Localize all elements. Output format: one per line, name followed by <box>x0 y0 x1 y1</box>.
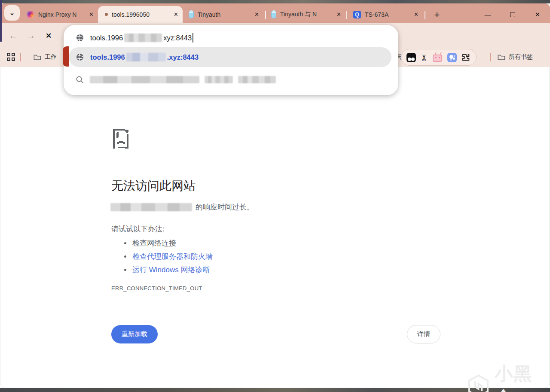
nginx-proxy-manager-icon <box>27 11 34 18</box>
page-content: 无法访问此网站 的响应时间过长。 请试试以下办法: 检查网络连接 检查代理服务器… <box>0 67 550 388</box>
back-button[interactable]: ← <box>6 28 21 43</box>
tab-nginx-proxy[interactable]: Nginx Proxy N ✕ <box>22 6 98 23</box>
error-code: ERR_CONNECTION_TIMED_OUT <box>111 285 202 292</box>
error-message: 的响应时间过长。 <box>110 202 254 212</box>
stop-loading-button[interactable]: ✕ <box>41 28 56 43</box>
bullet-icon <box>124 269 126 271</box>
forward-button[interactable]: → <box>24 28 38 43</box>
redacted-search-text <box>90 76 199 83</box>
close-window-button[interactable]: ✕ <box>525 6 550 23</box>
close-icon[interactable]: ✕ <box>174 11 178 18</box>
omnibox-search-suggestion[interactable] <box>64 70 398 89</box>
tv-extension-icon[interactable] <box>433 55 442 62</box>
bookmark-label: 工作 <box>45 53 57 61</box>
list-item: 检查网络连接 <box>124 237 213 250</box>
extensions-pill: ✂ <box>401 49 477 66</box>
redacted-search-text <box>238 76 276 83</box>
paw-extension-icon[interactable] <box>447 53 457 62</box>
tab-tinyauth-nginx[interactable]: Tinyauth 与 N ✕ <box>267 6 345 23</box>
details-button[interactable]: 详情 <box>407 325 440 343</box>
tab-title: tools.1996050 <box>112 11 170 18</box>
heybox-logo-icon <box>468 374 489 392</box>
new-tab-button[interactable]: + <box>431 9 443 21</box>
text-cursor <box>192 33 193 43</box>
redacted-hostname <box>110 203 192 211</box>
background-window-left-edge <box>0 0 2 42</box>
forward-arrow-icon: → <box>27 30 36 41</box>
tab-title: Nginx Proxy N <box>38 11 86 18</box>
maximize-icon <box>510 12 515 17</box>
folder-icon <box>34 54 41 61</box>
globe-icon <box>76 53 84 61</box>
tab-title: TS-673A <box>365 11 410 18</box>
tab-tinyauth[interactable]: Tinyauth ✕ <box>184 6 263 23</box>
tab-title: Tinyauth 与 N <box>280 11 333 18</box>
tab-title: Tinyauth <box>198 11 251 18</box>
error-try-heading: 请试试以下办法: <box>111 224 165 234</box>
bookmarks-divider <box>20 53 21 61</box>
chevron-down-icon: ⌄ <box>9 9 15 17</box>
error-title: 无法访问此网站 <box>111 178 196 194</box>
reload-button[interactable]: 重新加载 <box>111 325 158 343</box>
globe-icon <box>76 33 84 42</box>
suggestion-text: 检查网络连接 <box>132 238 176 248</box>
redacted-search-text <box>205 76 233 83</box>
omnibox-value-suffix: xyz:8443 <box>163 34 192 42</box>
window-controls: — ✕ <box>475 6 550 23</box>
suggestion-prefix: tools.1996 <box>90 53 125 61</box>
bookmark-label: 所有书签 <box>509 53 533 61</box>
extensions-puzzle-icon[interactable] <box>461 53 471 62</box>
network-diagnostics-link[interactable]: 运行 Windows 网络诊断 <box>132 265 210 275</box>
maximize-button[interactable] <box>500 6 525 23</box>
error-suggestion-list: 检查网络连接 检查代理服务器和防火墙 运行 Windows 网络诊断 <box>124 237 213 277</box>
qnap-icon: Q <box>353 11 361 18</box>
tinyauth-bottle-icon <box>271 11 276 18</box>
bullet-icon <box>124 242 126 244</box>
stop-icon: ✕ <box>46 31 52 40</box>
search-icon <box>76 76 84 84</box>
sad-page-icon <box>111 127 132 150</box>
translate-extension-icon[interactable] <box>406 53 416 62</box>
close-icon[interactable]: ✕ <box>336 11 341 18</box>
tab-separator <box>265 11 266 19</box>
folder-icon <box>498 54 505 61</box>
bookmarks-divider <box>490 53 491 61</box>
tab-tools-active[interactable]: tools.1996050 ✕ <box>98 6 183 23</box>
tab-separator <box>346 11 347 19</box>
redacted-domain <box>126 53 166 61</box>
proxy-firewall-link[interactable]: 检查代理服务器和防火墙 <box>132 252 213 261</box>
redacted-domain <box>124 33 162 42</box>
bookmark-folder-work[interactable]: 工作 <box>34 52 57 62</box>
omnibox-dropdown: tools.1996 xyz:8443 tools.1996 .xyz:8443 <box>64 25 398 95</box>
all-bookmarks-folder[interactable]: 所有书签 <box>498 52 533 62</box>
bullet-icon <box>124 255 126 258</box>
background-window-top <box>0 0 550 3</box>
close-icon[interactable]: ✕ <box>89 11 94 18</box>
tinyauth-bottle-icon <box>189 11 194 18</box>
red-marker-ribbon <box>63 46 69 67</box>
list-item: 检查代理服务器和防火墙 <box>124 250 213 263</box>
apps-grid-icon[interactable] <box>7 53 15 61</box>
scissors-extension-icon[interactable]: ✂ <box>420 54 428 61</box>
list-item: 运行 Windows 网络诊断 <box>124 263 213 277</box>
screenshot-root: ⌄ Nginx Proxy N ✕ tools.1996050 ✕ Tinyau… <box>0 0 550 392</box>
suggestion-suffix: .xyz:8443 <box>167 53 199 61</box>
minimize-button[interactable]: — <box>475 6 500 23</box>
tab-separator <box>425 11 425 19</box>
watermark-text: 小黑盒 <box>495 362 550 392</box>
back-arrow-icon: ← <box>9 30 18 41</box>
omnibox-input[interactable]: tools.1996 xyz:8443 <box>64 28 398 48</box>
tab-search-button[interactable]: ⌄ <box>4 5 20 21</box>
heybox-watermark: 小黑盒 <box>468 362 550 392</box>
omnibox-suggestion-selected[interactable]: tools.1996 .xyz:8443 <box>69 47 391 67</box>
default-favicon-dot <box>105 13 108 16</box>
tab-ts-673a[interactable]: Q TS-673A ✕ <box>349 6 423 23</box>
omnibox-value-prefix: tools.1996 <box>90 34 123 42</box>
close-icon[interactable]: ✕ <box>414 11 419 18</box>
tab-strip: ⌄ Nginx Proxy N ✕ tools.1996050 ✕ Tinyau… <box>0 3 550 23</box>
close-icon[interactable]: ✕ <box>254 11 259 18</box>
